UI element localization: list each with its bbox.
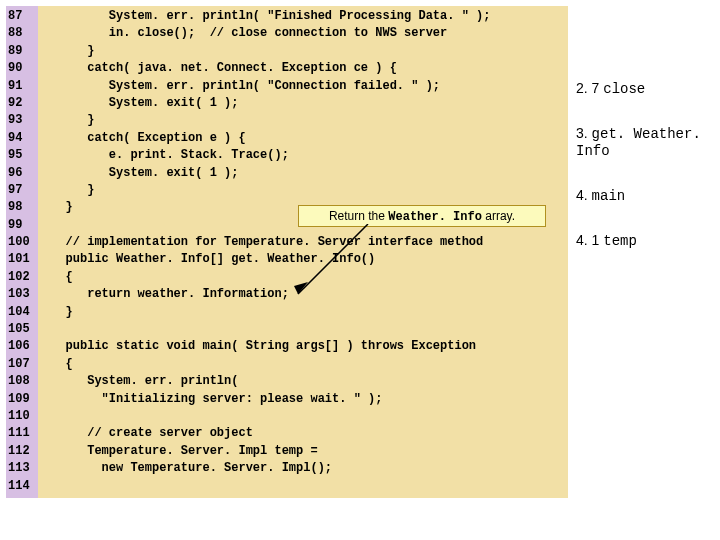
code-line: public static void main( String args[] )… xyxy=(38,338,568,355)
callout-mono: Weather. Info xyxy=(388,210,482,224)
code-line: { xyxy=(38,269,568,286)
line-number: 94 xyxy=(6,130,38,147)
line-number: 103 xyxy=(6,286,38,303)
code-line: new Temperature. Server. Impl(); xyxy=(38,460,568,477)
note-index: 4. xyxy=(576,187,592,203)
line-number: 106 xyxy=(6,338,38,355)
note-index: 4. 1 xyxy=(576,232,603,248)
code-line: // create server object xyxy=(38,425,568,442)
line-number: 107 xyxy=(6,356,38,373)
line-number: 110 xyxy=(6,408,38,425)
code-line: catch( java. net. Connect. Exception ce … xyxy=(38,60,568,77)
code-line: System. exit( 1 ); xyxy=(38,165,568,182)
line-number: 101 xyxy=(6,251,38,268)
line-number: 104 xyxy=(6,304,38,321)
note-item: 2. 7 close xyxy=(576,80,716,97)
code-line: } xyxy=(38,43,568,60)
callout-suffix: array. xyxy=(482,209,515,223)
line-number: 92 xyxy=(6,95,38,112)
line-number: 108 xyxy=(6,373,38,390)
code-line xyxy=(38,408,568,425)
line-number: 100 xyxy=(6,234,38,251)
code-panel: 8788899091929394959697989910010110210310… xyxy=(6,6,568,498)
line-number: 98 xyxy=(6,199,38,216)
line-number: 97 xyxy=(6,182,38,199)
code-line: System. err. println( "Finished Processi… xyxy=(38,8,568,25)
line-number: 102 xyxy=(6,269,38,286)
note-keyword: temp xyxy=(603,233,637,249)
note-item: 3. get. Weather. Info xyxy=(576,125,716,159)
line-number-gutter: 8788899091929394959697989910010110210310… xyxy=(6,6,38,498)
code-line: Temperature. Server. Impl temp = xyxy=(38,443,568,460)
code-line: } xyxy=(38,182,568,199)
note-index: 3. xyxy=(576,125,592,141)
note-item: 4. main xyxy=(576,187,716,204)
code-line: System. exit( 1 ); xyxy=(38,95,568,112)
code-line: in. close(); // close connection to NWS … xyxy=(38,25,568,42)
line-number: 109 xyxy=(6,391,38,408)
code-line: // implementation for Temperature. Serve… xyxy=(38,234,568,251)
line-number: 89 xyxy=(6,43,38,60)
note-keyword: get. Weather. Info xyxy=(576,126,701,159)
line-number: 88 xyxy=(6,25,38,42)
code-line xyxy=(38,478,568,495)
code-line: e. print. Stack. Trace(); xyxy=(38,147,568,164)
line-number: 99 xyxy=(6,217,38,234)
line-number: 93 xyxy=(6,112,38,129)
line-number: 105 xyxy=(6,321,38,338)
line-number: 112 xyxy=(6,443,38,460)
code-line: System. err. println( xyxy=(38,373,568,390)
code-area: Return the Weather. Info array. System. … xyxy=(38,6,568,498)
code-line: return weather. Information; xyxy=(38,286,568,303)
right-notes: 2. 7 close 3. get. Weather. Info 4. main… xyxy=(576,80,716,277)
code-line: } xyxy=(38,304,568,321)
line-number: 96 xyxy=(6,165,38,182)
callout-prefix: Return the xyxy=(329,209,388,223)
line-number: 90 xyxy=(6,60,38,77)
note-index: 2. 7 xyxy=(576,80,603,96)
line-number: 111 xyxy=(6,425,38,442)
line-number: 114 xyxy=(6,478,38,495)
code-line: "Initializing server: please wait. " ); xyxy=(38,391,568,408)
line-number: 113 xyxy=(6,460,38,477)
code-line: public Weather. Info[] get. Weather. Inf… xyxy=(38,251,568,268)
line-number: 95 xyxy=(6,147,38,164)
line-number: 87 xyxy=(6,8,38,25)
line-number: 91 xyxy=(6,78,38,95)
code-line: { xyxy=(38,356,568,373)
note-item: 4. 1 temp xyxy=(576,232,716,249)
note-keyword: close xyxy=(603,81,645,97)
code-line: System. err. println( "Connection failed… xyxy=(38,78,568,95)
code-line xyxy=(38,321,568,338)
code-line: catch( Exception e ) { xyxy=(38,130,568,147)
note-keyword: main xyxy=(592,188,626,204)
code-line: } xyxy=(38,112,568,129)
callout-box: Return the Weather. Info array. xyxy=(298,205,546,227)
